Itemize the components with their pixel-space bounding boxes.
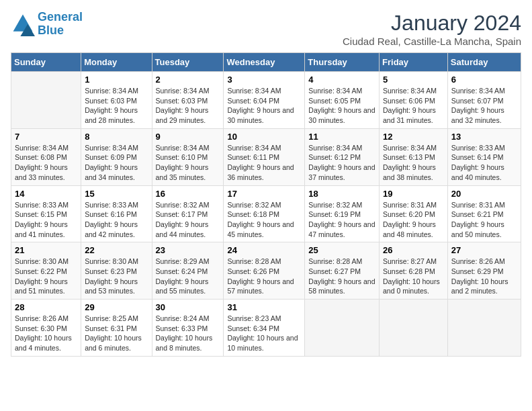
day-number: 18 xyxy=(308,189,375,199)
day-info: Sunrise: 8:33 AMSunset: 6:15 PMDaylight:… xyxy=(15,200,77,240)
day-info: Sunrise: 8:34 AMSunset: 6:12 PMDaylight:… xyxy=(308,143,375,183)
day-cell: 25Sunrise: 8:28 AMSunset: 6:27 PMDayligh… xyxy=(305,242,380,300)
day-cell: 7Sunrise: 8:34 AMSunset: 6:08 PMDaylight… xyxy=(11,128,81,185)
day-info: Sunrise: 8:34 AMSunset: 6:03 PMDaylight:… xyxy=(156,86,220,126)
logo: General Blue xyxy=(11,11,83,38)
day-info: Sunrise: 8:34 AMSunset: 6:06 PMDaylight:… xyxy=(383,86,444,126)
day-info: Sunrise: 8:31 AMSunset: 6:20 PMDaylight:… xyxy=(383,200,444,240)
day-number: 19 xyxy=(383,189,444,199)
day-info: Sunrise: 8:34 AMSunset: 6:09 PMDaylight:… xyxy=(85,143,148,183)
day-number: 15 xyxy=(85,189,148,199)
day-number: 2 xyxy=(156,75,220,85)
day-info: Sunrise: 8:33 AMSunset: 6:14 PMDaylight:… xyxy=(451,143,517,183)
location-subtitle: Ciudad Real, Castille-La Mancha, Spain xyxy=(343,36,521,47)
page-header: General Blue January 2024 Ciudad Real, C… xyxy=(11,11,521,47)
day-number: 24 xyxy=(227,245,301,255)
header-thursday: Thursday xyxy=(305,53,380,72)
day-info: Sunrise: 8:34 AMSunset: 6:11 PMDaylight:… xyxy=(227,143,301,183)
title-area: January 2024 Ciudad Real, Castille-La Ma… xyxy=(343,11,521,47)
day-info: Sunrise: 8:32 AMSunset: 6:18 PMDaylight:… xyxy=(227,200,301,240)
day-info: Sunrise: 8:34 AMSunset: 6:04 PMDaylight:… xyxy=(227,86,301,126)
day-number: 17 xyxy=(227,189,301,199)
day-info: Sunrise: 8:29 AMSunset: 6:24 PMDaylight:… xyxy=(156,257,220,296)
day-cell: 18Sunrise: 8:32 AMSunset: 6:19 PMDayligh… xyxy=(305,185,380,242)
day-cell xyxy=(11,72,81,129)
day-number: 28 xyxy=(15,302,77,312)
day-number: 14 xyxy=(15,189,77,199)
day-cell: 27Sunrise: 8:26 AMSunset: 6:29 PMDayligh… xyxy=(447,242,521,300)
week-row-5: 28Sunrise: 8:26 AMSunset: 6:30 PMDayligh… xyxy=(11,300,521,357)
header-tuesday: Tuesday xyxy=(152,53,224,72)
day-cell: 5Sunrise: 8:34 AMSunset: 6:06 PMDaylight… xyxy=(380,72,448,129)
day-info: Sunrise: 8:23 AMSunset: 6:34 PMDaylight:… xyxy=(227,314,301,353)
day-info: Sunrise: 8:28 AMSunset: 6:27 PMDaylight:… xyxy=(308,257,375,296)
day-cell: 23Sunrise: 8:29 AMSunset: 6:24 PMDayligh… xyxy=(152,242,224,300)
header-friday: Friday xyxy=(380,53,448,72)
day-info: Sunrise: 8:32 AMSunset: 6:19 PMDaylight:… xyxy=(308,200,375,240)
day-cell: 19Sunrise: 8:31 AMSunset: 6:20 PMDayligh… xyxy=(380,185,448,242)
calendar-header-row: SundayMondayTuesdayWednesdayThursdayFrid… xyxy=(11,53,521,72)
day-number: 26 xyxy=(383,245,444,255)
day-cell xyxy=(380,300,448,357)
day-info: Sunrise: 8:26 AMSunset: 6:29 PMDaylight:… xyxy=(451,257,517,296)
logo-icon xyxy=(11,12,35,36)
week-row-2: 7Sunrise: 8:34 AMSunset: 6:08 PMDaylight… xyxy=(11,128,521,185)
day-cell: 30Sunrise: 8:24 AMSunset: 6:33 PMDayligh… xyxy=(152,300,224,357)
day-info: Sunrise: 8:30 AMSunset: 6:22 PMDaylight:… xyxy=(15,257,77,296)
day-number: 8 xyxy=(85,132,148,142)
day-info: Sunrise: 8:34 AMSunset: 6:05 PMDaylight:… xyxy=(308,86,375,126)
day-cell: 21Sunrise: 8:30 AMSunset: 6:22 PMDayligh… xyxy=(11,242,81,300)
day-cell: 11Sunrise: 8:34 AMSunset: 6:12 PMDayligh… xyxy=(305,128,380,185)
day-number: 4 xyxy=(308,75,375,85)
day-number: 5 xyxy=(383,75,444,85)
day-number: 29 xyxy=(85,302,148,312)
day-number: 23 xyxy=(156,245,220,255)
day-cell: 20Sunrise: 8:31 AMSunset: 6:21 PMDayligh… xyxy=(447,185,521,242)
day-info: Sunrise: 8:34 AMSunset: 6:13 PMDaylight:… xyxy=(383,143,444,183)
day-cell: 6Sunrise: 8:34 AMSunset: 6:07 PMDaylight… xyxy=(447,72,521,129)
day-info: Sunrise: 8:32 AMSunset: 6:17 PMDaylight:… xyxy=(156,200,220,240)
day-number: 1 xyxy=(85,75,148,85)
day-cell xyxy=(305,300,380,357)
day-info: Sunrise: 8:34 AMSunset: 6:07 PMDaylight:… xyxy=(451,86,517,126)
day-info: Sunrise: 8:27 AMSunset: 6:28 PMDaylight:… xyxy=(383,257,444,296)
day-info: Sunrise: 8:25 AMSunset: 6:31 PMDaylight:… xyxy=(85,314,148,353)
day-cell: 4Sunrise: 8:34 AMSunset: 6:05 PMDaylight… xyxy=(305,72,380,129)
header-monday: Monday xyxy=(81,53,152,72)
day-info: Sunrise: 8:33 AMSunset: 6:16 PMDaylight:… xyxy=(85,200,148,240)
day-cell: 16Sunrise: 8:32 AMSunset: 6:17 PMDayligh… xyxy=(152,185,224,242)
day-number: 11 xyxy=(308,132,375,142)
day-info: Sunrise: 8:34 AMSunset: 6:03 PMDaylight:… xyxy=(85,86,148,126)
day-number: 13 xyxy=(451,132,517,142)
day-cell: 15Sunrise: 8:33 AMSunset: 6:16 PMDayligh… xyxy=(81,185,152,242)
day-cell: 22Sunrise: 8:30 AMSunset: 6:23 PMDayligh… xyxy=(81,242,152,300)
day-number: 9 xyxy=(156,132,220,142)
day-cell: 1Sunrise: 8:34 AMSunset: 6:03 PMDaylight… xyxy=(81,72,152,129)
day-info: Sunrise: 8:34 AMSunset: 6:10 PMDaylight:… xyxy=(156,143,220,183)
logo-blue: Blue xyxy=(38,24,64,37)
day-cell: 24Sunrise: 8:28 AMSunset: 6:26 PMDayligh… xyxy=(224,242,305,300)
week-row-4: 21Sunrise: 8:30 AMSunset: 6:22 PMDayligh… xyxy=(11,242,521,300)
day-cell: 31Sunrise: 8:23 AMSunset: 6:34 PMDayligh… xyxy=(224,300,305,357)
day-number: 22 xyxy=(85,245,148,255)
day-info: Sunrise: 8:26 AMSunset: 6:30 PMDaylight:… xyxy=(15,314,77,353)
day-info: Sunrise: 8:31 AMSunset: 6:21 PMDaylight:… xyxy=(451,200,517,240)
header-wednesday: Wednesday xyxy=(224,53,305,72)
day-number: 20 xyxy=(451,189,517,199)
day-cell: 28Sunrise: 8:26 AMSunset: 6:30 PMDayligh… xyxy=(11,300,81,357)
day-cell: 13Sunrise: 8:33 AMSunset: 6:14 PMDayligh… xyxy=(447,128,521,185)
day-cell: 10Sunrise: 8:34 AMSunset: 6:11 PMDayligh… xyxy=(224,128,305,185)
calendar-body: 1Sunrise: 8:34 AMSunset: 6:03 PMDaylight… xyxy=(11,72,521,357)
header-saturday: Saturday xyxy=(447,53,521,72)
day-cell: 9Sunrise: 8:34 AMSunset: 6:10 PMDaylight… xyxy=(152,128,224,185)
week-row-3: 14Sunrise: 8:33 AMSunset: 6:15 PMDayligh… xyxy=(11,185,521,242)
day-info: Sunrise: 8:30 AMSunset: 6:23 PMDaylight:… xyxy=(85,257,148,296)
day-cell: 12Sunrise: 8:34 AMSunset: 6:13 PMDayligh… xyxy=(380,128,448,185)
day-number: 3 xyxy=(227,75,301,85)
day-info: Sunrise: 8:24 AMSunset: 6:33 PMDaylight:… xyxy=(156,314,220,353)
day-cell: 17Sunrise: 8:32 AMSunset: 6:18 PMDayligh… xyxy=(224,185,305,242)
day-info: Sunrise: 8:28 AMSunset: 6:26 PMDaylight:… xyxy=(227,257,301,296)
day-number: 16 xyxy=(156,189,220,199)
day-number: 27 xyxy=(451,245,517,255)
day-cell xyxy=(447,300,521,357)
